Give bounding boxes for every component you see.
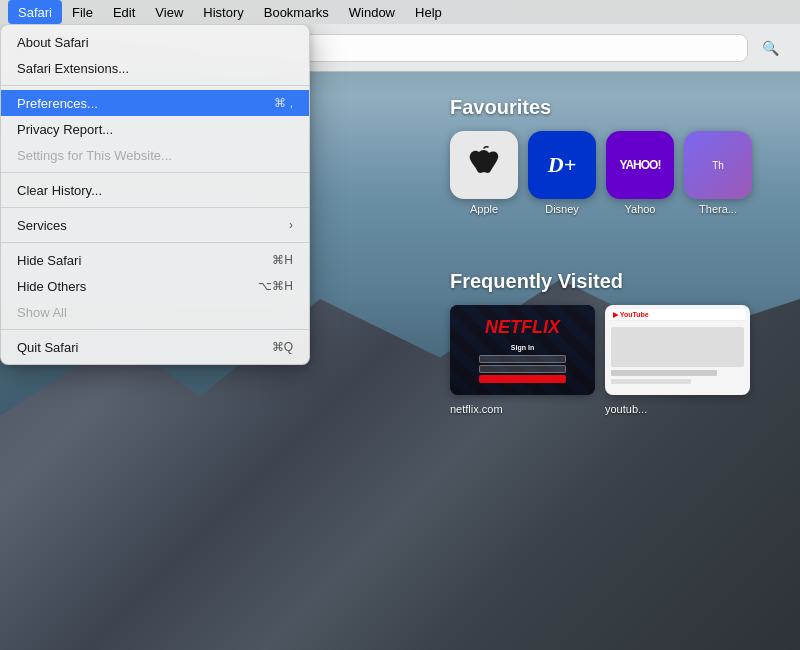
menu-view[interactable]: View: [145, 0, 193, 24]
window-menu-label: Window: [349, 5, 395, 20]
divider-3: [1, 207, 309, 208]
menu-safari[interactable]: Safari: [8, 0, 62, 24]
privacy-report-label: Privacy Report...: [17, 122, 113, 137]
file-menu-label: File: [72, 5, 93, 20]
bookmarks-menu-label: Bookmarks: [264, 5, 329, 20]
quit-safari-shortcut: ⌘Q: [272, 340, 293, 354]
hide-safari-shortcut: ⌘H: [272, 253, 293, 267]
privacy-report-item[interactable]: Privacy Report...: [1, 116, 309, 142]
show-all-label: Show All: [17, 305, 67, 320]
menu-bookmarks[interactable]: Bookmarks: [254, 0, 339, 24]
settings-site-item: Settings for This Website...: [1, 142, 309, 168]
preferences-item[interactable]: Preferences... ⌘ ,: [1, 90, 309, 116]
quit-safari-label: Quit Safari: [17, 340, 78, 355]
hide-safari-label: Hide Safari: [17, 253, 81, 268]
menu-bar: Safari File Edit View History Bookmarks …: [0, 0, 800, 24]
quit-safari-item[interactable]: Quit Safari ⌘Q: [1, 334, 309, 360]
safari-extensions-item[interactable]: Safari Extensions...: [1, 55, 309, 81]
dropdown-overlay: About Safari Safari Extensions... Prefer…: [0, 24, 800, 650]
settings-site-label: Settings for This Website...: [17, 148, 172, 163]
hide-others-item[interactable]: Hide Others ⌥⌘H: [1, 273, 309, 299]
edit-menu-label: Edit: [113, 5, 135, 20]
safari-menu-label: Safari: [18, 5, 52, 20]
services-label: Services: [17, 218, 67, 233]
services-submenu-arrow: ›: [289, 218, 293, 232]
clear-history-item[interactable]: Clear History...: [1, 177, 309, 203]
menu-edit[interactable]: Edit: [103, 0, 145, 24]
view-menu-label: View: [155, 5, 183, 20]
preferences-shortcut: ⌘ ,: [274, 96, 293, 110]
preferences-label: Preferences...: [17, 96, 98, 111]
menu-history[interactable]: History: [193, 0, 253, 24]
menu-help[interactable]: Help: [405, 0, 452, 24]
menu-window[interactable]: Window: [339, 0, 405, 24]
hide-others-shortcut: ⌥⌘H: [258, 279, 293, 293]
hide-others-label: Hide Others: [17, 279, 86, 294]
about-safari-item[interactable]: About Safari: [1, 29, 309, 55]
clear-history-label: Clear History...: [17, 183, 102, 198]
safari-extensions-label: Safari Extensions...: [17, 61, 129, 76]
divider-1: [1, 85, 309, 86]
divider-4: [1, 242, 309, 243]
history-menu-label: History: [203, 5, 243, 20]
help-menu-label: Help: [415, 5, 442, 20]
safari-dropdown-menu: About Safari Safari Extensions... Prefer…: [0, 24, 310, 365]
hide-safari-item[interactable]: Hide Safari ⌘H: [1, 247, 309, 273]
divider-5: [1, 329, 309, 330]
services-item[interactable]: Services ›: [1, 212, 309, 238]
menu-file[interactable]: File: [62, 0, 103, 24]
about-safari-label: About Safari: [17, 35, 89, 50]
show-all-item: Show All: [1, 299, 309, 325]
divider-2: [1, 172, 309, 173]
